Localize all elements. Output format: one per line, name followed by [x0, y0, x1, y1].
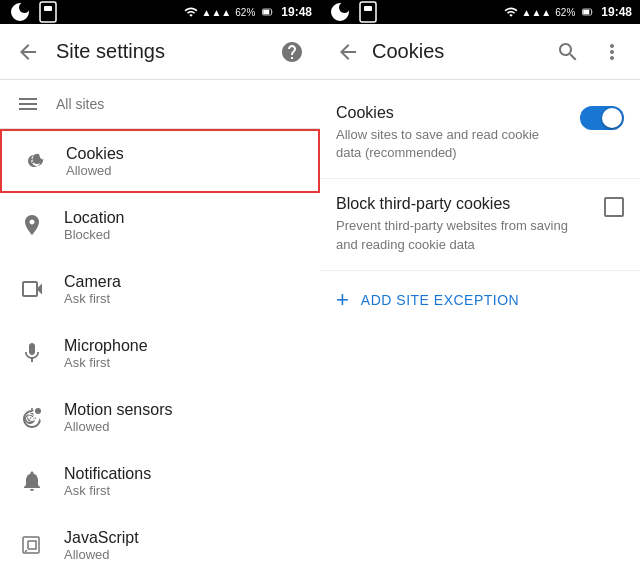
block-third-party-desc: Prevent third-party websites from saving… [336, 217, 588, 253]
cookies-more-button[interactable] [592, 32, 632, 72]
help-icon [280, 40, 304, 64]
right-signal-icon: ▲▲▲ [522, 7, 552, 18]
location-text: Location Blocked [64, 209, 125, 242]
location-icon-container [16, 209, 48, 241]
block-third-party-text: Block third-party cookies Prevent third-… [336, 195, 588, 253]
javascript-icon [20, 533, 44, 557]
motion-icon [20, 405, 44, 429]
motion-icon-container [16, 401, 48, 433]
notifications-subtitle: Ask first [64, 483, 151, 498]
svg-rect-10 [360, 2, 376, 22]
location-subtitle: Blocked [64, 227, 125, 242]
cookies-toggle-row[interactable]: Cookies Allow sites to save and read coo… [320, 88, 640, 179]
cookies-panel-title: Cookies [372, 40, 544, 63]
back-arrow-icon [16, 40, 40, 64]
javascript-text: JavaScript Allowed [64, 529, 139, 562]
svg-point-8 [35, 408, 41, 414]
motion-title: Motion sensors [64, 401, 173, 419]
left-status-right-icons: ▲▲▲ 62% 19:48 [184, 5, 312, 19]
cookies-back-button[interactable] [328, 32, 368, 72]
notifications-item[interactable]: Notifications Ask first [0, 449, 320, 513]
microphone-title: Microphone [64, 337, 148, 355]
right-status-left-icons [328, 0, 380, 24]
camera-subtitle: Ask first [64, 291, 121, 306]
right-sim-icon [356, 0, 380, 24]
add-site-exception-row[interactable]: + ADD SITE EXCEPTION [320, 271, 640, 329]
microphone-text: Microphone Ask first [64, 337, 148, 370]
svg-rect-3 [264, 10, 270, 15]
cookies-item[interactable]: Cookies Allowed [0, 129, 320, 193]
sleep-icon [8, 0, 32, 24]
wifi-icon [184, 5, 198, 19]
right-panel: ▲▲▲ 62% 19:48 Cookies Cookies Allow site… [320, 0, 640, 565]
right-wifi-icon [504, 5, 518, 19]
sim-icon [36, 0, 60, 24]
all-sites-label: All sites [56, 96, 104, 112]
toggle-track [580, 106, 624, 130]
block-third-party-title: Block third-party cookies [336, 195, 588, 213]
right-sleep-icon [328, 0, 352, 24]
cookies-top-bar: Cookies [320, 24, 640, 80]
motion-subtitle: Allowed [64, 419, 173, 434]
location-icon [20, 213, 44, 237]
settings-list: Cookies Allowed Location Blocked Camera … [0, 129, 320, 565]
location-title: Location [64, 209, 125, 227]
camera-icon-container [16, 273, 48, 305]
camera-item[interactable]: Camera Ask first [0, 257, 320, 321]
right-status-time: 19:48 [601, 5, 632, 19]
camera-icon [20, 277, 44, 301]
svg-rect-11 [364, 6, 372, 11]
cookies-content: Cookies Allow sites to save and read coo… [320, 80, 640, 565]
add-exception-label: ADD SITE EXCEPTION [361, 292, 519, 308]
svg-point-7 [32, 162, 34, 164]
svg-point-4 [31, 159, 33, 161]
cookies-text: Cookies Allowed [66, 145, 124, 178]
notifications-title: Notifications [64, 465, 151, 483]
svg-point-5 [33, 156, 35, 158]
cookies-search-button[interactable] [548, 32, 588, 72]
help-button[interactable] [272, 32, 312, 72]
camera-title: Camera [64, 273, 121, 291]
microphone-item[interactable]: Microphone Ask first [0, 321, 320, 385]
more-vertical-icon [600, 40, 624, 64]
menu-icon [16, 92, 40, 116]
cookies-toggle-switch[interactable] [580, 106, 624, 130]
right-status-right-icons: ▲▲▲ 62% 19:48 [504, 5, 632, 19]
cookies-toggle-desc: Allow sites to save and read cookie data… [336, 126, 564, 162]
cookies-title: Cookies [66, 145, 124, 163]
block-third-party-checkbox[interactable] [604, 197, 624, 217]
left-panel-title: Site settings [56, 40, 264, 63]
signal-icon: ▲▲▲ [202, 7, 232, 18]
battery-percent: 62% [235, 7, 255, 18]
battery-icon [259, 6, 277, 18]
cookie-icon-container [18, 145, 50, 177]
left-back-button[interactable] [8, 32, 48, 72]
notifications-text: Notifications Ask first [64, 465, 151, 498]
left-top-bar: Site settings [0, 24, 320, 80]
left-status-left-icons [8, 0, 60, 24]
cookies-toggle-title: Cookies [336, 104, 564, 122]
toggle-thumb [602, 108, 622, 128]
motion-text: Motion sensors Allowed [64, 401, 173, 434]
block-third-party-row[interactable]: Block third-party cookies Prevent third-… [320, 179, 640, 270]
motion-sensors-item[interactable]: Motion sensors Allowed [0, 385, 320, 449]
search-icon [556, 40, 580, 64]
svg-rect-13 [584, 10, 590, 15]
svg-point-6 [36, 160, 38, 162]
svg-rect-0 [40, 2, 56, 22]
javascript-item[interactable]: JavaScript Allowed [0, 513, 320, 565]
left-status-time: 19:48 [281, 5, 312, 19]
left-panel: ▲▲▲ 62% 19:48 Site settings All sites Co… [0, 0, 320, 565]
cookies-back-arrow-icon [336, 40, 360, 64]
location-item[interactable]: Location Blocked [0, 193, 320, 257]
microphone-subtitle: Ask first [64, 355, 148, 370]
notifications-icon-container [16, 465, 48, 497]
microphone-icon [20, 341, 44, 365]
list-header: All sites [0, 80, 320, 128]
svg-rect-1 [44, 6, 52, 11]
javascript-title: JavaScript [64, 529, 139, 547]
javascript-subtitle: Allowed [64, 547, 139, 562]
camera-text: Camera Ask first [64, 273, 121, 306]
microphone-icon-container [16, 337, 48, 369]
cookies-toggle-text: Cookies Allow sites to save and read coo… [336, 104, 564, 162]
